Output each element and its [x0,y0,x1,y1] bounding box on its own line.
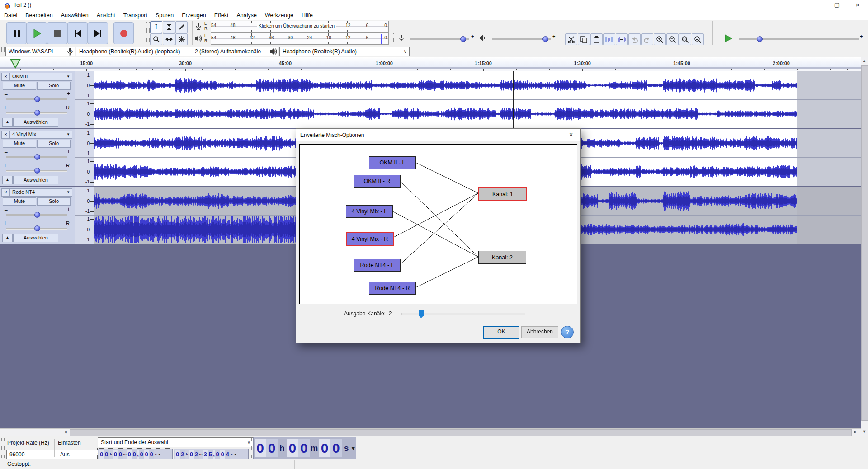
menu-transport[interactable]: Transport [119,11,151,19]
time-digit[interactable]: 0 [113,450,118,459]
skip-end-button[interactable] [88,22,108,44]
vertical-ruler[interactable]: 10-1 [75,187,94,215]
time-digit[interactable]: 0 [330,439,342,457]
gain-slider-thumb[interactable] [34,96,40,102]
selection-toolbar-grip[interactable] [1,438,5,458]
time-digit[interactable]: 0 [220,450,225,459]
play-at-speed-grip[interactable] [717,33,720,43]
paste-button[interactable] [590,33,603,45]
time-digit[interactable]: h [278,439,287,457]
record-volume-thumb[interactable] [460,36,466,42]
timeshift-tool-button[interactable] [163,33,175,45]
track-close-icon[interactable]: × [1,73,10,81]
playback-volume-thumb[interactable] [542,36,548,42]
empty-track-region[interactable] [797,158,861,186]
mute-button[interactable]: Mute [3,140,36,148]
redo-button[interactable] [641,33,653,45]
collapse-button[interactable]: ▲ [2,234,13,242]
horizontal-scrollbar[interactable]: ◄ ► [0,428,861,436]
playback-meter[interactable]: -54-48-42-36-30-24-18-12-60 [211,33,389,45]
time-field-dropdown-icon[interactable]: ▾ [234,452,236,456]
time-digit[interactable]: 0 [139,450,144,459]
zoomout-button[interactable] [666,33,679,45]
audio-host-select[interactable]: Windows WASAPI∨ [5,47,75,56]
mixer-channel-node[interactable]: Kanal: 1 [478,187,527,201]
time-digit[interactable]: 3 [203,450,208,459]
track-title[interactable]: OKM II▼ [10,73,72,81]
output-channels-slider[interactable] [396,307,531,320]
undo-button[interactable] [628,33,641,45]
time-digit[interactable]: m [310,439,319,457]
time-digit[interactable]: 0 [189,450,194,459]
mixer-source-node[interactable]: 4 Vinyl Mix - R [346,232,394,246]
menu-werkzeuge[interactable]: Werkzeuge [261,11,297,19]
track-title[interactable]: 4 Vinyl Mix▼ [10,131,72,139]
time-toolbar-grip[interactable] [249,438,252,458]
track-control-panel[interactable]: ×Rode NT4▼MuteSolo–+LR▲Auswählen [0,187,76,244]
time-digit[interactable]: 0 [127,450,132,459]
time-digit[interactable]: 2 [180,450,185,459]
dialog-title-bar[interactable]: Erweiterte Misch-Optionen × [296,129,580,141]
track-close-icon[interactable]: × [1,188,10,197]
menu-datei[interactable]: Datei [0,11,21,19]
time-digit[interactable]: 0 [298,439,310,457]
zoom-tool-button[interactable] [150,33,162,45]
dialog-close-icon[interactable]: × [561,129,580,141]
time-digit[interactable]: s [342,439,351,457]
draw-tool-button[interactable] [175,21,188,33]
silence-button[interactable] [616,33,628,45]
time-digit[interactable]: s [154,450,158,459]
zoomfit-button[interactable] [692,33,704,45]
time-digit[interactable]: 0 [144,450,149,459]
record-button[interactable] [113,22,134,44]
skip-start-button[interactable] [67,22,88,44]
ok-button[interactable]: OK [483,326,519,339]
waveform[interactable] [94,71,797,99]
playback-volume-slider[interactable] [492,38,551,40]
time-digit[interactable]: 0 [118,450,123,459]
trim-button[interactable] [603,33,615,45]
help-button[interactable]: ? [561,326,574,338]
time-digit[interactable]: h [185,450,189,459]
time-digit[interactable]: 0 [287,439,298,457]
pause-button[interactable] [6,22,27,44]
waveform-region[interactable] [94,71,797,100]
time-digit[interactable]: 0 [104,450,109,459]
gain-slider-thumb[interactable] [34,212,40,218]
mixer-source-node[interactable]: Rode NT4 - L [354,259,401,272]
selection-mode-select[interactable]: Start und Ende der Auswahl∨ [98,437,253,447]
play-speed-thumb[interactable] [757,36,763,42]
select-button[interactable]: Auswählen [13,176,58,184]
mixer-channel-node[interactable]: Kanal: 2 [478,251,526,264]
mixer-source-node[interactable]: Rode NT4 - R [369,282,416,295]
solo-button[interactable]: Solo [37,82,71,90]
track-title[interactable]: Rode NT4▼ [10,188,72,197]
snap-select[interactable]: Aus∨ [57,450,103,460]
empty-track-region[interactable] [797,216,861,244]
pan-slider-thumb[interactable] [34,225,40,231]
vertical-ruler[interactable]: 10-1 [75,71,94,99]
track-menu-dropdown-icon[interactable]: ▼ [66,73,70,80]
timeline-pin-icon[interactable] [10,59,21,70]
empty-track-region[interactable] [797,100,861,128]
mute-button[interactable]: Mute [3,82,36,90]
cancel-button[interactable]: Abbrechen [521,326,558,338]
vertical-ruler[interactable]: 10-1 [75,158,94,186]
select-button[interactable]: Auswählen [13,234,58,242]
tools-toolbar-grip[interactable] [146,22,150,44]
record-device-select[interactable]: Headphone (Realtek(R) Audio) (loopback)∨ [76,47,202,56]
record-meter[interactable]: -54-48-12-60Klicken um Überwachung zu st… [211,21,389,33]
pan-slider-thumb[interactable] [34,168,40,174]
playback-device-select[interactable]: Headphone (Realtek(R) Audio)∨ [279,47,410,56]
time-digit[interactable]: h [109,450,113,459]
zoomin-button[interactable] [654,33,666,45]
time-digit[interactable]: 0 [255,439,266,457]
track-close-icon[interactable]: × [1,131,10,139]
record-channels-select[interactable]: 2 (Stereo) Aufnahmekanäle∨ [192,47,278,56]
time-digit[interactable]: 4 [225,450,230,459]
slider-thumb[interactable] [419,310,424,318]
mixer-source-node[interactable]: 4 Vinyl Mix - L [346,205,393,218]
close-button[interactable]: × [847,0,868,11]
select-button[interactable]: Auswählen [13,118,58,127]
waveform[interactable] [94,100,797,128]
